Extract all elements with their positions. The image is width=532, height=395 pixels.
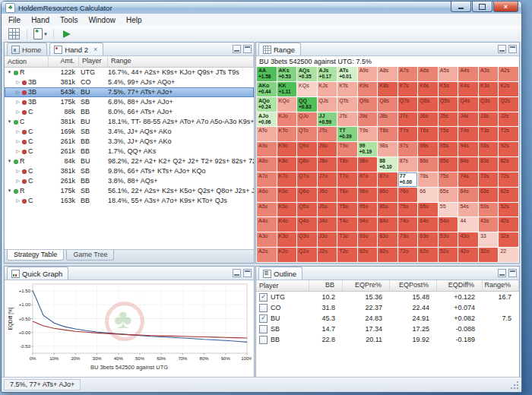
hand-cell-Q2s[interactable]: Q2s: [499, 97, 518, 112]
hand-cell-KTo[interactable]: KTo: [277, 127, 297, 141]
hand-cell-63o[interactable]: 63o: [418, 232, 438, 247]
hand-cell-76o[interactable]: 76o: [398, 188, 418, 202]
hand-cell-K5s[interactable]: K5s: [439, 82, 458, 96]
collapse-icon[interactable]: ▼: [6, 68, 13, 77]
expand-icon[interactable]: ▷: [14, 97, 21, 107]
hand-cell-QQ[interactable]: QQ+0.83: [297, 97, 317, 112]
player-checkbox[interactable]: ✓: [259, 314, 268, 323]
hand-cell-T9s[interactable]: T9s: [358, 127, 378, 141]
table-row[interactable]: ▼R84kBU98.2%, 22+ A2+ K2+ Q2+ J2+ T2+ 92…: [5, 156, 254, 166]
hand-cell-QJs[interactable]: QJs: [318, 97, 337, 112]
hand-cell-74s[interactable]: 74s: [458, 172, 478, 187]
hand-cell-97s[interactable]: 97s: [398, 142, 418, 156]
close-button[interactable]: ×: [493, 2, 518, 12]
hand-cell-JTo[interactable]: JTo: [318, 127, 337, 141]
hand-cell-J7o[interactable]: J7o: [318, 172, 337, 187]
column-header-bb[interactable]: BB: [309, 280, 343, 291]
hand-cell-A7s[interactable]: A7s: [398, 67, 418, 81]
minimize-view-icon[interactable]: [498, 269, 506, 277]
hand-cell-82o[interactable]: 82o: [378, 248, 397, 262]
hand-cell-KQs[interactable]: KQs: [297, 82, 317, 96]
outline-row[interactable]: SB14.717.3417.25-0.088: [256, 324, 519, 334]
hand-cell-K2s[interactable]: K2s: [499, 82, 518, 96]
hand-cell-74o[interactable]: 74o: [398, 217, 418, 232]
hand-cell-QJo[interactable]: QJo: [297, 112, 317, 127]
tab-home[interactable]: Home: [7, 43, 47, 55]
minimize-view-icon[interactable]: [233, 269, 241, 277]
hand-cell-AQs[interactable]: AQs+0.35: [297, 67, 317, 81]
hand-cell-K8o[interactable]: K8o: [277, 157, 297, 172]
menu-help[interactable]: Help: [121, 15, 147, 25]
hand-cell-33[interactable]: 33: [479, 232, 499, 247]
hand-cell-J8s[interactable]: J8s: [378, 112, 397, 127]
hand-cell-A3o[interactable]: A3o: [257, 232, 277, 247]
hand-cell-32o[interactable]: 32o: [479, 248, 499, 262]
minimize-button[interactable]: [451, 2, 471, 12]
outline-row[interactable]: CO31.822.3722.44+0.074: [256, 302, 519, 313]
hand-cell-Q2o[interactable]: Q2o: [297, 248, 317, 262]
hand-cell-83o[interactable]: 83o: [378, 232, 397, 247]
hand-cell-85o[interactable]: 85o: [378, 203, 397, 217]
hand-cell-42o[interactable]: 42o: [458, 248, 478, 262]
table-row[interactable]: ▷C261kBB3.8%, 88+ AQs+: [5, 176, 254, 186]
hand-cell-A4s[interactable]: A4s: [458, 67, 478, 81]
expand-icon[interactable]: ▷: [14, 147, 21, 156]
hand-cell-KTs[interactable]: KTs: [337, 82, 357, 96]
hand-cell-84o[interactable]: 84o: [378, 217, 397, 232]
hand-cell-53o[interactable]: 53o: [439, 232, 458, 247]
hand-cell-T7o[interactable]: T7o: [337, 172, 357, 187]
hand-cell-Q7s[interactable]: Q7s: [398, 97, 418, 112]
hand-cell-43s[interactable]: 43s: [479, 217, 499, 232]
tab-strategy-table[interactable]: Strategy Table: [7, 250, 64, 261]
hand-cell-52s[interactable]: 52s: [499, 203, 518, 217]
column-header-range-pct[interactable]: Range%: [483, 280, 519, 291]
load-hand-button[interactable]: ▾: [31, 27, 49, 41]
hand-cell-T6s[interactable]: T6s: [418, 127, 438, 141]
expand-icon[interactable]: ▷: [14, 77, 21, 87]
window-titlebar[interactable]: ♣ HoldemResources Calculator ×: [2, 2, 521, 14]
table-row[interactable]: ▷C163kBB18.4%, 55+ A3s+ A7o+ K9s+ KTo+ Q…: [5, 196, 254, 206]
hand-cell-85s[interactable]: 85s: [439, 157, 458, 172]
hand-cell-K9o[interactable]: K9o: [277, 142, 297, 156]
maximize-view-icon[interactable]: [243, 269, 252, 277]
hand-cell-A5o[interactable]: A5o: [257, 203, 277, 217]
hand-cell-K6s[interactable]: K6s: [418, 82, 438, 96]
hand-cell-72o[interactable]: 72o: [398, 248, 418, 262]
hand-cell-Q3o[interactable]: Q3o: [297, 232, 317, 247]
hand-cell-A8o[interactable]: A8o: [257, 157, 277, 172]
hand-cell-62s[interactable]: 62s: [499, 188, 518, 202]
hand-cell-83s[interactable]: 83s: [479, 157, 499, 172]
hand-cell-94s[interactable]: 94s: [458, 142, 478, 156]
hand-cell-T5o[interactable]: T5o: [337, 203, 357, 217]
hand-cell-54s[interactable]: 54s: [458, 203, 478, 217]
outline-row[interactable]: ✓BU45.324.8324.91+0.0827.5: [256, 313, 519, 324]
dropdown-caret-icon[interactable]: ▾: [44, 31, 47, 37]
hand-cell-82s[interactable]: 82s: [499, 157, 518, 172]
outline-row[interactable]: ✓UTG10.215.3615.48+0.12216.7: [256, 292, 519, 302]
hand-cell-T4s[interactable]: T4s: [458, 127, 478, 141]
hand-cell-22[interactable]: 22: [499, 248, 518, 262]
hand-cell-72s[interactable]: 72s: [499, 172, 518, 187]
hand-cell-Q7o[interactable]: Q7o: [297, 172, 317, 187]
hand-cell-99[interactable]: 99+0.19: [358, 142, 378, 156]
hand-cell-A3s[interactable]: A3s: [479, 67, 499, 81]
hand-cell-J4s[interactable]: J4s: [458, 112, 478, 127]
hand-cell-88[interactable]: 88+0.10: [378, 157, 397, 172]
outline-row[interactable]: BB22.820.1119.92-0.189: [256, 334, 519, 345]
hand-cell-ATs[interactable]: ATs+0.01: [337, 67, 357, 81]
resize-grip[interactable]: [510, 381, 520, 390]
hand-cell-A6o[interactable]: A6o: [257, 188, 277, 202]
hand-cell-92o[interactable]: 92o: [358, 248, 378, 262]
hand-cell-75s[interactable]: 75s: [439, 172, 458, 187]
maximize-view-icon[interactable]: [243, 45, 252, 53]
hand-cell-T4o[interactable]: T4o: [337, 217, 357, 232]
collapse-icon[interactable]: ▼: [6, 186, 13, 196]
hand-cell-AA[interactable]: AA+1.58: [257, 67, 277, 81]
hand-cell-AKo[interactable]: AKo+0.44: [257, 82, 277, 96]
hand-cell-T8o[interactable]: T8o: [337, 157, 357, 172]
hand-cell-A4o[interactable]: A4o: [257, 217, 277, 232]
hand-cell-K3o[interactable]: K3o: [277, 232, 297, 247]
hand-cell-TT[interactable]: TT+0.39: [337, 127, 357, 141]
hand-cell-K9s[interactable]: K9s: [358, 82, 378, 96]
hand-cell-73s[interactable]: 73s: [479, 172, 499, 187]
